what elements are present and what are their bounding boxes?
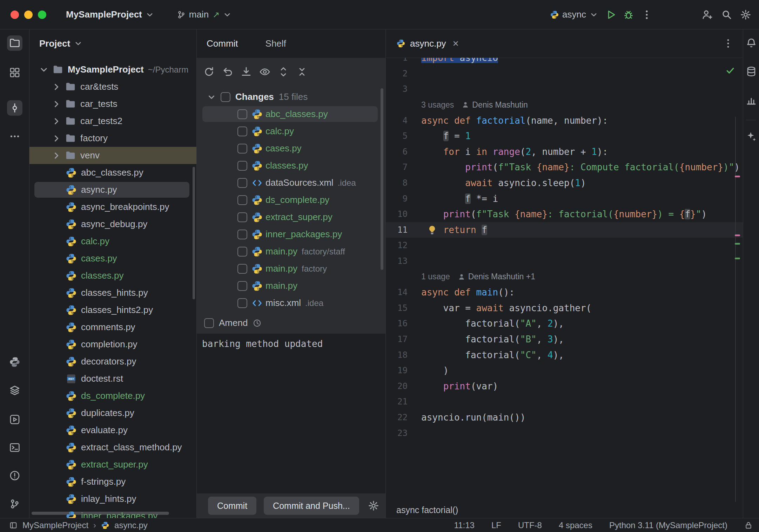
chevron-right-icon[interactable]: [52, 151, 61, 161]
services-tool-window-button[interactable]: [7, 412, 22, 427]
code-line-19[interactable]: 19 ): [386, 363, 743, 378]
file-checkbox[interactable]: [237, 230, 247, 239]
inspections-ok-icon[interactable]: [725, 66, 735, 75]
project-vertical-scrollbar[interactable]: [193, 167, 195, 299]
line-number[interactable]: 5: [386, 131, 408, 141]
line-number[interactable]: 4: [386, 116, 408, 125]
code-line-18[interactable]: 18 factorial("C", 4),: [386, 347, 743, 363]
code-line-2[interactable]: 2: [386, 66, 743, 82]
line-number[interactable]: 15: [386, 303, 408, 313]
line-number[interactable]: 11: [386, 225, 408, 235]
changed-file-ds_complete.py[interactable]: ds_complete.py: [197, 191, 385, 209]
file-checkbox[interactable]: [237, 298, 247, 308]
code-line-10[interactable]: 10 print(f"Task {name}: factorial({numbe…: [386, 206, 743, 222]
line-number[interactable]: 14: [386, 287, 408, 297]
project-tree-item-f-strings.py[interactable]: f-strings.py: [29, 473, 196, 490]
line-number[interactable]: 10: [386, 209, 408, 219]
project-tree-item-classes_hints2.py[interactable]: classes_hints2.py: [29, 301, 196, 319]
commit-tool-window-button[interactable]: [7, 100, 22, 116]
file-checkbox[interactable]: [237, 281, 247, 291]
maximize-window-button[interactable]: [38, 11, 46, 19]
code-line-5[interactable]: 5 f = 1: [386, 128, 743, 144]
chevron-right-icon[interactable]: [52, 116, 61, 126]
version-control-tool-window-button[interactable]: [7, 496, 22, 512]
line-number[interactable]: 21: [386, 397, 408, 407]
code-line-22[interactable]: 22asyncio.run(main()): [386, 410, 743, 425]
changed-file-extract_super.py[interactable]: extract_super.py: [197, 209, 385, 226]
line-number[interactable]: 18: [386, 350, 408, 360]
minimize-window-button[interactable]: [24, 11, 33, 19]
code-line-21[interactable]: 21: [386, 394, 743, 410]
project-tool-window-button[interactable]: [7, 35, 22, 51]
chevron-right-icon[interactable]: [52, 99, 61, 109]
python-packages-tool-window-button[interactable]: [7, 354, 22, 370]
more-tool-windows-button[interactable]: [7, 129, 22, 144]
layers-tool-window-button[interactable]: [7, 383, 22, 398]
profiler-tool-window-button[interactable]: [744, 93, 759, 108]
project-tree-item-async.py[interactable]: async.py: [29, 181, 196, 198]
line-number[interactable]: 13: [386, 256, 408, 266]
line-number[interactable]: 6: [386, 147, 408, 157]
editor-scrollbar[interactable]: [735, 117, 736, 502]
author-link[interactable]: Denis Mashutin +1: [468, 272, 535, 281]
file-checkbox[interactable]: [237, 195, 247, 205]
changed-file-abc_classes.py[interactable]: abc_classes.py: [197, 105, 385, 123]
editor-options-button[interactable]: [723, 38, 734, 49]
line-number[interactable]: 17: [386, 334, 408, 344]
problems-tool-window-button[interactable]: [7, 468, 22, 483]
chevron-down-icon[interactable]: [207, 92, 216, 102]
changes-scrollbar[interactable]: [381, 88, 383, 270]
changed-file-calc.py[interactable]: calc.py: [197, 123, 385, 140]
tool-window-widget-icon[interactable]: [9, 521, 18, 530]
changed-file-main.py[interactable]: main.py: [197, 277, 385, 294]
project-panel-header[interactable]: Project: [29, 29, 196, 57]
tab-shelf[interactable]: Shelf: [266, 38, 286, 49]
line-number[interactable]: 2: [386, 69, 408, 79]
rollback-icon[interactable]: [222, 66, 233, 77]
file-checkbox[interactable]: [237, 127, 247, 136]
changes-checkbox[interactable]: [221, 92, 230, 102]
commit-history-clock-icon[interactable]: [253, 319, 262, 328]
changed-file-dataSources.xml[interactable]: dataSources.xml.idea: [197, 174, 385, 191]
commit-and-push-button[interactable]: Commit and Push...: [264, 497, 359, 515]
git-branch-widget[interactable]: main ↗: [177, 9, 232, 20]
author-link[interactable]: Denis Mashutin: [472, 100, 528, 110]
collapse-all-icon[interactable]: [296, 66, 308, 77]
code-line-23[interactable]: 23: [386, 425, 743, 441]
project-tree-item-async_breakpoints.py[interactable]: async_breakpoints.py: [29, 198, 196, 216]
line-number[interactable]: 3: [386, 84, 408, 94]
usages-link[interactable]: 3 usages: [421, 100, 454, 110]
chevron-down-icon[interactable]: [39, 65, 49, 75]
line-number[interactable]: 23: [386, 428, 408, 438]
project-tree-item-venv[interactable]: venv: [29, 147, 196, 164]
changed-file-cases.py[interactable]: cases.py: [197, 140, 385, 157]
expand-all-icon[interactable]: [278, 66, 289, 77]
line-number[interactable]: 9: [386, 194, 408, 204]
code-line-20[interactable]: 20 print(var): [386, 378, 743, 394]
amend-checkbox[interactable]: [204, 318, 214, 328]
code-line-6[interactable]: 6 for i in range(2, number + 1):: [386, 144, 743, 160]
project-tree-item-completion.py[interactable]: completion.py: [29, 336, 196, 353]
refresh-icon[interactable]: [203, 66, 215, 77]
project-tree-item-calc.py[interactable]: calc.py: [29, 233, 196, 250]
code-line-12[interactable]: 12: [386, 238, 743, 253]
project-tree-item-comments.py[interactable]: comments.py: [29, 319, 196, 336]
shelve-icon[interactable]: [241, 66, 252, 77]
code-line-1[interactable]: 1import asyncio: [386, 58, 743, 66]
line-number[interactable]: 1: [386, 58, 408, 63]
file-checkbox[interactable]: [237, 178, 247, 188]
code-line-13[interactable]: 13: [386, 253, 743, 269]
structure-tool-window-button[interactable]: [7, 65, 22, 80]
commit-message-input[interactable]: barking method updated: [197, 334, 385, 493]
caret-position-widget[interactable]: 11:13: [454, 520, 475, 530]
code-line-4[interactable]: 4async def factorial(name, number):: [386, 112, 743, 128]
tab-commit[interactable]: Commit: [207, 38, 238, 49]
changed-file-misc.xml[interactable]: misc.xml.idea: [197, 294, 385, 312]
project-tree-item-extract_class_method.py[interactable]: extract_class_method.py: [29, 439, 196, 456]
chevron-right-icon[interactable]: [52, 134, 61, 143]
commit-options-gear-icon[interactable]: [368, 500, 379, 511]
lock-icon[interactable]: [744, 521, 753, 530]
file-checkbox[interactable]: [237, 247, 247, 257]
search-everywhere-button[interactable]: [719, 7, 734, 22]
code-line-11[interactable]: 11 return f: [386, 222, 743, 238]
